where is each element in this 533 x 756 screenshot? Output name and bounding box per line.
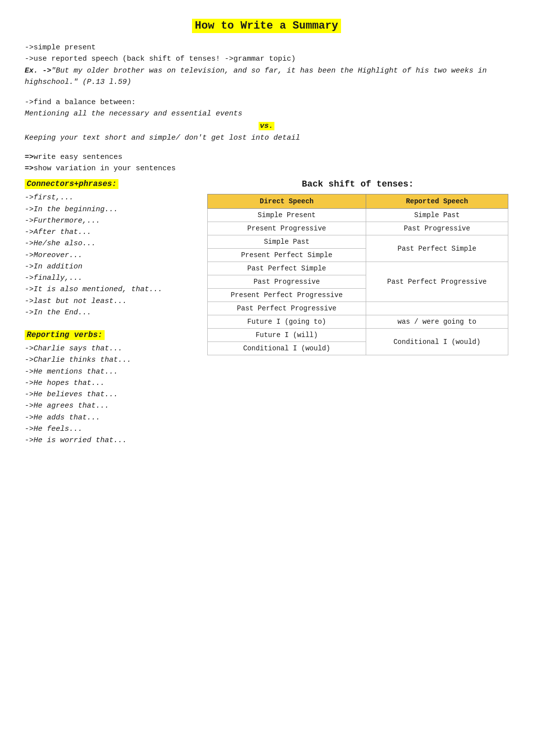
- reported-cell-merged: Conditional I (would): [366, 329, 508, 355]
- intro-line-3: Ex. ->"But my older brother was on telev…: [25, 65, 508, 88]
- direct-cell: Simple Past: [208, 235, 366, 249]
- direct-cell: Present Perfect Progressive: [208, 289, 366, 302]
- balance-section: ->find a balance between: Mentioning all…: [25, 97, 508, 144]
- page-wrapper: How to Write a Summary ->simple present …: [25, 20, 508, 446]
- reported-cell-merged: Past Perfect Simple: [366, 235, 508, 262]
- sentence-tips: =>write easy sentences =>show variation …: [25, 151, 508, 175]
- rv-7: ->He adds that...: [25, 412, 192, 423]
- col-header-direct: Direct Speech: [208, 194, 366, 209]
- table-row: Future I (going to) was / were going to: [208, 315, 508, 329]
- tip-1: =>write easy sentences: [25, 151, 508, 163]
- connector-3: ->Furthermore,...: [25, 215, 192, 227]
- table-row: Future I (will) Conditional I (would): [208, 329, 508, 342]
- connector-7: ->In addition: [25, 261, 192, 272]
- tip-2: =>show variation in your sentences: [25, 163, 508, 174]
- balance-right: Keeping your text short and simple/ don'…: [25, 132, 508, 144]
- table-row: Simple Past Past Perfect Simple: [208, 235, 508, 249]
- reported-cell: [366, 302, 508, 315]
- balance-intro: ->find a balance between:: [25, 97, 508, 108]
- rv-6: ->He agrees that...: [25, 400, 192, 412]
- tenses-table: Direct Speech Reported Speech Simple Pre…: [207, 194, 508, 355]
- direct-cell: Future I (going to): [208, 315, 366, 329]
- rv-5: ->He believes that...: [25, 389, 192, 400]
- connector-9: ->It is also mentioned, that...: [25, 284, 192, 295]
- page-title: How to Write a Summary: [192, 19, 341, 33]
- connector-10: ->last but not least...: [25, 296, 192, 307]
- connector-6: ->Moreover...: [25, 250, 192, 261]
- intro-line-1: ->simple present: [25, 42, 508, 53]
- col-header-reported: Reported Speech: [366, 194, 508, 209]
- table-title: Back shift of tenses:: [207, 179, 508, 189]
- reported-cell: Simple Past: [366, 209, 508, 222]
- reported-cell: was / were going to: [366, 315, 508, 329]
- two-column-section: Connectors+phrases: ->first,... ->In the…: [25, 179, 508, 446]
- intro-line-2: ->use reported speech (back shift of ten…: [25, 53, 508, 65]
- direct-cell: Future I (will): [208, 329, 366, 342]
- connector-11: ->In the End...: [25, 307, 192, 318]
- connector-1: ->first,...: [25, 192, 192, 203]
- left-column: Connectors+phrases: ->first,... ->In the…: [25, 179, 192, 446]
- table-row: Past Perfect Progressive: [208, 302, 508, 315]
- rv-2: ->Charlie thinks that...: [25, 354, 192, 366]
- reporting-verbs-header: Reporting verbs:: [25, 330, 105, 340]
- rv-4: ->He hopes that...: [25, 378, 192, 389]
- table-row: Present Progressive Past Progressive: [208, 222, 508, 235]
- reported-cell: Past Progressive: [366, 222, 508, 235]
- direct-cell: Conditional I (would): [208, 342, 366, 355]
- vs-line: vs.: [25, 122, 508, 130]
- direct-cell: Past Progressive: [208, 275, 366, 289]
- direct-cell: Simple Present: [208, 209, 366, 222]
- direct-cell: Past Perfect Progressive: [208, 302, 366, 315]
- reported-cell-merged: Past Perfect Progressive: [366, 262, 508, 302]
- right-column: Back shift of tenses: Direct Speech Repo…: [207, 179, 508, 446]
- connector-5: ->He/she also...: [25, 238, 192, 249]
- balance-left: Mentioning all the necessary and essenti…: [25, 108, 508, 119]
- reporting-verbs-section: Reporting verbs: ->Charlie says that... …: [25, 330, 192, 446]
- rv-1: ->Charlie says that...: [25, 343, 192, 354]
- rv-8: ->He feels...: [25, 423, 192, 435]
- connectors-header: Connectors+phrases:: [25, 179, 118, 189]
- rv-3: ->He mentions that...: [25, 366, 192, 378]
- title-wrapper: How to Write a Summary: [25, 20, 508, 32]
- connector-8: ->finally,...: [25, 272, 192, 284]
- table-row: Simple Present Simple Past: [208, 209, 508, 222]
- intro-section: ->simple present ->use reported speech (…: [25, 42, 508, 88]
- direct-cell: Present Progressive: [208, 222, 366, 235]
- connectors-section: Connectors+phrases: ->first,... ->In the…: [25, 179, 192, 318]
- direct-cell: Past Perfect Simple: [208, 262, 366, 275]
- connector-4: ->After that...: [25, 227, 192, 238]
- connector-2: ->In the beginning...: [25, 204, 192, 215]
- rv-9: ->He is worried that...: [25, 435, 192, 446]
- table-row: Past Perfect Simple Past Perfect Progres…: [208, 262, 508, 275]
- direct-cell: Present Perfect Simple: [208, 249, 366, 262]
